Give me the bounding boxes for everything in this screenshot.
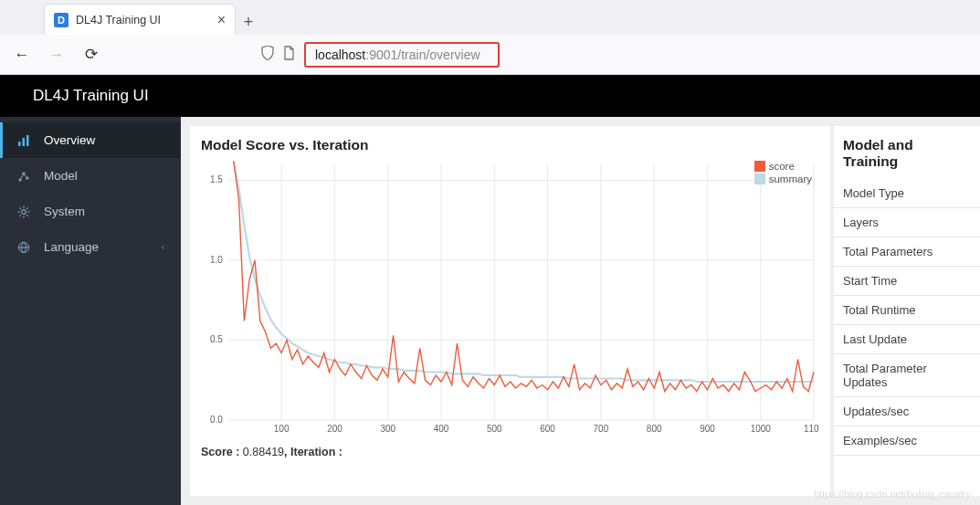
info-row: Start Time — [834, 267, 980, 296]
svg-text:0.5: 0.5 — [210, 334, 223, 344]
info-row: Examples/sec — [834, 426, 980, 456]
legend-label: summary — [769, 174, 812, 184]
svg-text:800: 800 — [647, 424, 662, 434]
svg-text:100: 100 — [274, 424, 290, 434]
svg-rect-0 — [18, 142, 21, 146]
info-row-label: Layers — [834, 208, 980, 237]
legend-swatch — [754, 161, 765, 172]
svg-line-11 — [19, 207, 20, 208]
info-row-label: Start Time — [834, 267, 980, 296]
info-row-label: Model Type — [834, 179, 980, 208]
browser-tab[interactable]: D DL4J Training UI × — [44, 4, 236, 35]
shield-icon[interactable] — [261, 46, 274, 63]
watermark: https://blog.csdn.net/boling_cavalry — [814, 489, 971, 500]
tab-title: DL4J Training UI — [76, 14, 161, 26]
address-path: :9001/train/overview — [365, 47, 479, 62]
info-row: Total Parameters — [834, 237, 980, 267]
page-icon[interactable] — [283, 46, 295, 63]
gear-icon — [16, 205, 31, 218]
svg-text:1100: 1100 — [804, 424, 819, 434]
chart-footer: Score : 0.88419, Iteration : — [201, 446, 819, 458]
info-row: Total Parameter Updates — [834, 354, 980, 397]
sidebar-item-label: Model — [44, 169, 78, 183]
chart-legend: score summary — [754, 161, 812, 186]
svg-text:700: 700 — [594, 424, 609, 434]
info-row-label: Updates/sec — [834, 397, 980, 426]
address-host: localhost — [315, 47, 365, 62]
line-chart: 0.00.51.01.51002003004005006007008009001… — [201, 157, 819, 440]
svg-rect-1 — [23, 138, 26, 146]
address-bar[interactable]: localhost:9001/train/overview — [304, 42, 500, 68]
svg-text:1.0: 1.0 — [210, 255, 223, 265]
info-table: Model TypeLayersTotal ParametersStart Ti… — [834, 179, 980, 456]
app-header: DL4J Training UI — [0, 75, 980, 117]
bars-icon — [16, 134, 31, 147]
svg-line-12 — [26, 215, 27, 216]
svg-text:900: 900 — [700, 424, 715, 434]
browser-toolbar: ← → ⟳ localhost:9001/train/overview — [0, 35, 980, 75]
legend-item-score: score — [754, 161, 812, 172]
info-row-label: Last Update — [834, 325, 980, 354]
sidebar-item-label: Language — [44, 240, 99, 254]
sidebar-item-system[interactable]: System — [0, 194, 181, 229]
legend-label: score — [769, 161, 795, 172]
info-row-label: Total Runtime — [834, 296, 980, 325]
svg-text:1000: 1000 — [751, 424, 772, 434]
info-panel: Model and Training Model TypeLayersTotal… — [834, 126, 980, 496]
info-row-label: Total Parameters — [834, 237, 980, 267]
info-row: Layers — [834, 208, 980, 237]
sidebar-item-overview[interactable]: Overview — [0, 122, 181, 158]
footer-iter-label: , Iteration : — [284, 446, 342, 458]
footer-score-label: Score : — [201, 446, 243, 458]
sidebar-item-language[interactable]: Language ‹ — [0, 229, 181, 265]
sidebar: Overview Model System Language ‹ — [0, 117, 181, 505]
back-button[interactable]: ← — [11, 44, 33, 66]
chevron-left-icon: ‹ — [162, 242, 164, 252]
svg-text:400: 400 — [434, 424, 449, 434]
graph-icon — [16, 170, 31, 183]
svg-rect-2 — [26, 135, 29, 146]
svg-text:300: 300 — [380, 424, 395, 434]
address-icons — [261, 46, 295, 63]
reload-button[interactable]: ⟳ — [80, 44, 102, 66]
svg-line-13 — [19, 215, 20, 216]
svg-text:0.0: 0.0 — [210, 415, 223, 425]
legend-swatch — [754, 174, 765, 184]
svg-text:1.5: 1.5 — [210, 174, 223, 184]
chart-panel: Model Score vs. Iteration 0.00.51.01.510… — [190, 126, 830, 496]
content-area: Model Score vs. Iteration 0.00.51.01.510… — [181, 117, 980, 505]
browser-tab-strip: D DL4J Training UI × + — [0, 0, 980, 35]
forward-button[interactable]: → — [46, 44, 68, 66]
info-title: Model and Training — [834, 126, 980, 175]
svg-text:500: 500 — [487, 424, 502, 434]
svg-point-6 — [22, 209, 26, 214]
tab-favicon: D — [54, 13, 68, 27]
close-icon[interactable]: × — [217, 12, 226, 28]
chart-area[interactable]: 0.00.51.01.51002003004005006007008009001… — [201, 157, 819, 440]
info-row: Model Type — [834, 179, 980, 208]
chart-title: Model Score vs. Iteration — [201, 137, 819, 153]
app-body: Overview Model System Language ‹ Model S… — [0, 117, 980, 505]
info-row: Last Update — [834, 325, 980, 354]
address-bar-wrap: localhost:9001/train/overview — [261, 42, 969, 68]
legend-item-summary: summary — [754, 174, 812, 184]
sidebar-item-model[interactable]: Model — [0, 158, 181, 194]
new-tab-button[interactable]: + — [236, 9, 261, 35]
app-title: DL4J Training UI — [33, 87, 149, 105]
svg-text:200: 200 — [327, 424, 342, 434]
footer-score-value: 0.88419 — [243, 446, 284, 458]
svg-text:600: 600 — [540, 424, 555, 434]
info-row: Total Runtime — [834, 296, 980, 325]
sidebar-item-label: System — [44, 205, 85, 218]
svg-line-14 — [26, 207, 27, 208]
info-row-label: Examples/sec — [834, 426, 980, 456]
info-row-label: Total Parameter Updates — [834, 354, 980, 397]
sidebar-item-label: Overview — [44, 133, 95, 147]
globe-icon — [16, 241, 31, 254]
info-row: Updates/sec — [834, 397, 980, 426]
